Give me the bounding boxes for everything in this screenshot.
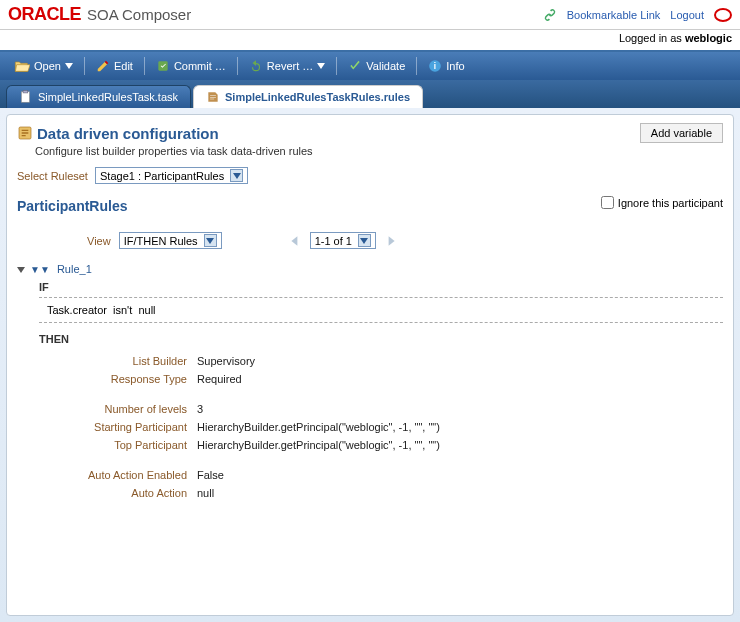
prop-row: Number of levels3 (47, 403, 723, 415)
chevron-down-icon (204, 234, 217, 247)
svg-text:i: i (434, 62, 436, 71)
main-content: Data driven configuration Add variable C… (6, 114, 734, 616)
commit-icon (156, 59, 170, 73)
add-variable-button[interactable]: Add variable (640, 123, 723, 143)
bookmark-link[interactable]: Bookmarkable Link (567, 9, 661, 21)
prop-row: Top ParticipantHierarchyBuilder.getPrinc… (47, 439, 723, 451)
rule-name[interactable]: Rule_1 (57, 263, 92, 275)
commit-button[interactable]: Commit … (148, 56, 234, 76)
chevron-down-icon (230, 169, 243, 182)
select-ruleset-label: Select Ruleset (17, 170, 88, 182)
product-name: SOA Composer (87, 6, 191, 23)
view-select[interactable]: IF/THEN Rules (119, 232, 222, 249)
revert-button[interactable]: Revert … (241, 56, 333, 76)
chevron-down-icon (317, 63, 325, 69)
prop-label: Response Type (47, 373, 197, 385)
prop-value[interactable]: null (197, 487, 214, 499)
link-icon (543, 8, 557, 22)
divider (39, 297, 723, 298)
login-bar: Logged in as weblogic (0, 30, 740, 52)
collapse-toggle[interactable] (17, 263, 25, 275)
info-button[interactable]: i Info (420, 56, 472, 76)
prop-row: Auto Action EnabledFalse (47, 469, 723, 481)
ruleset-value: Stage1 : ParticipantRules (100, 170, 224, 182)
pager-value: 1-1 of 1 (315, 235, 352, 247)
if-keyword: IF (39, 281, 723, 293)
tab-label: SimpleLinkedRulesTask.task (38, 91, 178, 103)
document-tabs: SimpleLinkedRulesTask.task SimpleLinkedR… (0, 80, 740, 108)
pager-select[interactable]: 1-1 of 1 (310, 232, 376, 249)
rules-icon (206, 90, 220, 104)
prop-value[interactable]: HierarchyBuilder.getPrincipal("weblogic"… (197, 421, 440, 433)
prop-value[interactable]: False (197, 469, 224, 481)
edit-button[interactable]: Edit (88, 56, 141, 76)
prop-value[interactable]: HierarchyBuilder.getPrincipal("weblogic"… (197, 439, 440, 451)
prop-value[interactable]: Required (197, 373, 242, 385)
logged-in-user: weblogic (685, 32, 732, 44)
validate-button[interactable]: Validate (340, 56, 413, 76)
open-button[interactable]: Open (6, 56, 81, 76)
cond-op[interactable]: isn't (113, 304, 132, 316)
ignore-label: Ignore this participant (618, 197, 723, 209)
view-value: IF/THEN Rules (124, 235, 198, 247)
svg-rect-4 (23, 91, 28, 93)
prop-label: Top Participant (47, 439, 197, 451)
revert-icon (249, 59, 263, 73)
chevron-down-icon (65, 63, 73, 69)
then-keyword: THEN (39, 333, 723, 345)
prop-label: List Builder (47, 355, 197, 367)
info-icon: i (428, 59, 442, 73)
cond-subject[interactable]: Task.creator (47, 304, 107, 316)
prop-label: Auto Action (47, 487, 197, 499)
prop-value[interactable]: 3 (197, 403, 203, 415)
prop-row: Starting ParticipantHierarchyBuilder.get… (47, 421, 723, 433)
then-properties: List BuilderSupervisoryResponse TypeRequ… (47, 355, 723, 499)
prop-value[interactable]: Supervisory (197, 355, 255, 367)
view-label: View (87, 235, 111, 247)
next-page-button[interactable] (384, 234, 398, 248)
prop-row: Response TypeRequired (47, 373, 723, 385)
page-title: Data driven configuration (37, 125, 219, 142)
tab-task[interactable]: SimpleLinkedRulesTask.task (6, 85, 191, 108)
app-header: ORACLE SOA Composer Bookmarkable Link Lo… (0, 0, 740, 30)
prop-row: List BuilderSupervisory (47, 355, 723, 367)
folder-open-icon (14, 59, 30, 73)
pencil-icon (96, 59, 110, 73)
task-icon (19, 90, 33, 104)
logout-link[interactable]: Logout (670, 9, 704, 21)
double-chevron-icon[interactable]: ▼▼ (30, 264, 50, 275)
page-subtitle: Configure list builder properties via ta… (35, 145, 723, 157)
svg-rect-3 (21, 92, 29, 103)
tab-label: SimpleLinkedRulesTaskRules.rules (225, 91, 410, 103)
prop-label: Auto Action Enabled (47, 469, 197, 481)
prev-page-button[interactable] (288, 234, 302, 248)
ruleset-select[interactable]: Stage1 : ParticipantRules (95, 167, 248, 184)
brand-logo: ORACLE (8, 4, 81, 25)
logged-in-prefix: Logged in as (619, 32, 685, 44)
prop-row: Auto Actionnull (47, 487, 723, 499)
prop-label: Number of levels (47, 403, 197, 415)
cond-value[interactable]: null (138, 304, 155, 316)
chevron-down-icon (358, 234, 371, 247)
config-icon (17, 125, 33, 141)
oracle-icon (714, 8, 732, 22)
prop-label: Starting Participant (47, 421, 197, 433)
tab-rules[interactable]: SimpleLinkedRulesTaskRules.rules (193, 85, 423, 108)
ignore-checkbox[interactable] (601, 196, 614, 209)
main-toolbar: Open Edit Commit … Revert … Validate i I… (0, 52, 740, 80)
divider (39, 322, 723, 323)
check-icon (348, 59, 362, 73)
